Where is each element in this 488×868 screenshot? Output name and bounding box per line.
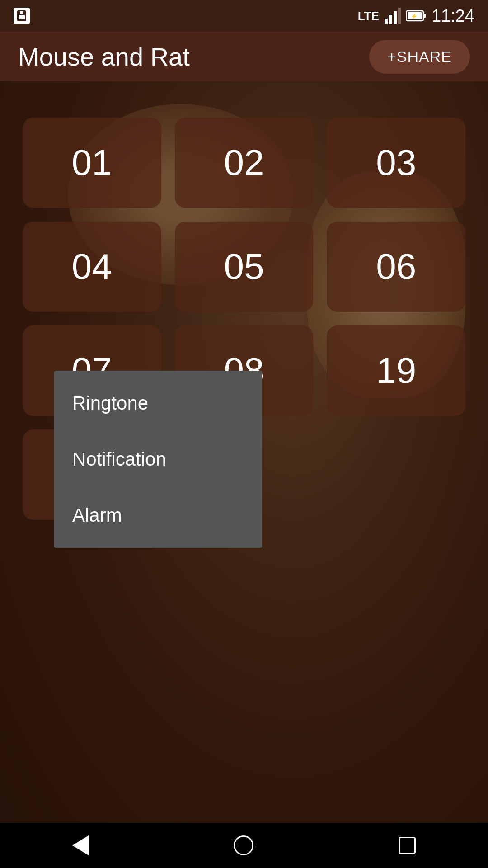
svg-rect-8 [423,14,426,18]
signal-icon [385,8,401,24]
sound-button-03[interactable]: 03 [327,118,465,208]
home-icon [234,835,253,855]
svg-rect-2 [20,11,23,14]
status-bar-left [14,8,30,24]
svg-rect-1 [19,15,25,19]
app-title: Mouse and Rat [18,42,190,71]
nav-home-button[interactable] [225,826,263,864]
sound-button-04[interactable]: 04 [23,222,161,312]
svg-text:⚡: ⚡ [411,13,418,19]
sound-button-19[interactable]: 19 [327,326,465,416]
status-bar-right: LTE ⚡ 11:24 [358,6,474,26]
svg-rect-3 [385,19,388,24]
nav-bar [0,823,488,868]
svg-rect-4 [389,15,392,24]
nav-back-button[interactable] [63,826,98,864]
svg-rect-6 [398,8,401,24]
sound-button-03-label: 03 [376,142,416,184]
back-icon [72,835,89,855]
sound-button-02[interactable]: 02 [175,118,314,208]
sound-button-06[interactable]: 06 [327,222,465,312]
share-button[interactable]: +SHARE [369,40,470,74]
main-content: 01 02 03 04 05 06 07 08 19 1 [0,81,488,823]
context-menu: Ringtone Notification Alarm [54,371,262,548]
battery-icon: ⚡ [406,10,426,22]
recent-icon [399,837,416,854]
sound-button-02-label: 02 [224,142,264,184]
app-header: Mouse and Rat +SHARE [0,32,488,81]
sound-button-06-label: 06 [376,246,416,288]
sound-button-05[interactable]: 05 [175,222,314,312]
sound-button-19-label: 19 [376,350,416,392]
nav-recent-button[interactable] [389,828,425,863]
status-time: 11:24 [432,6,474,26]
lte-icon: LTE [358,9,379,23]
context-menu-ringtone[interactable]: Ringtone [54,375,262,431]
sound-button-01[interactable]: 01 [23,118,161,208]
sound-button-04-label: 04 [72,246,112,288]
sound-button-05-label: 05 [224,246,264,288]
svg-rect-5 [394,11,397,24]
sound-button-01-label: 01 [72,142,112,184]
sim-icon [14,8,30,24]
status-bar: LTE ⚡ 11:24 [0,0,488,32]
context-menu-notification[interactable]: Notification [54,431,262,487]
context-menu-alarm[interactable]: Alarm [54,487,262,543]
